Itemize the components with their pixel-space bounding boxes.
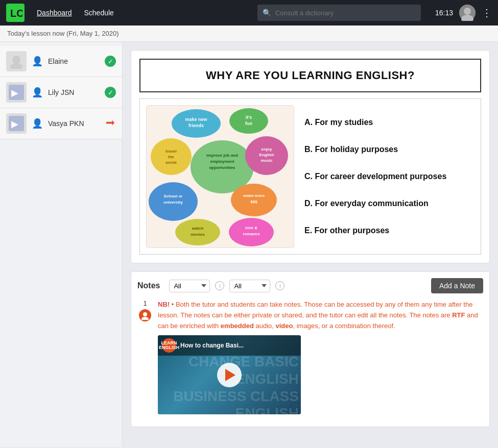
svg-text:▶: ▶	[11, 88, 18, 98]
option-b-letter: B.	[304, 145, 315, 154]
student-status-lily: ✓	[105, 87, 116, 98]
note-content: NB! • Both the tutor and students can ta…	[158, 300, 483, 414]
play-button[interactable]	[217, 363, 242, 387]
svg-text:fun: fun	[245, 121, 252, 126]
svg-text:travel: travel	[165, 149, 176, 154]
option-b[interactable]: B. For holiday purposes	[304, 141, 475, 158]
option-e-text: For other purposes	[315, 226, 390, 235]
student-item-elaine[interactable]: 👤 Elaine ✓	[0, 46, 122, 77]
option-c[interactable]: C. For career development purposes	[304, 168, 475, 185]
search-bar[interactable]: 🔍	[257, 5, 421, 21]
nav-dashboard[interactable]: Dashboard	[33, 7, 76, 19]
lesson-card: WHY ARE YOU LEARNING ENGLISH? make new f…	[131, 50, 490, 263]
svg-text:friends: friends	[188, 123, 204, 128]
student-item-lily[interactable]: ▶ 👤 Lily JSN ✓	[0, 77, 122, 108]
option-a-text: For my studies	[315, 118, 373, 127]
note-row-1: 1 NB! • Both the tutor and students can …	[137, 300, 483, 414]
svg-text:the: the	[168, 155, 175, 159]
video-title: How to change Basi...	[180, 342, 244, 349]
note-rtf: RTF	[452, 311, 465, 319]
svg-point-6	[10, 63, 22, 69]
lesson-title-box: WHY ARE YOU LEARNING ENGLISH?	[139, 59, 481, 92]
lesson-body: make new friends it's fun travel the wor…	[139, 98, 481, 255]
student-status-elaine: ✓	[105, 56, 116, 67]
student-name-elaine: Elaine	[48, 57, 100, 65]
filter-group-2: All	[229, 280, 270, 292]
note-number-col: 1	[137, 300, 153, 414]
play-icon	[225, 369, 235, 381]
today-lesson-label: Today's lesson now	[7, 30, 64, 37]
student-icon-elaine: 👤	[32, 56, 43, 67]
note-video: video	[276, 322, 293, 330]
svg-text:love &: love &	[245, 226, 257, 230]
header-right: 16:13 ⋮	[435, 5, 492, 21]
note-user-icon	[139, 309, 151, 321]
option-a[interactable]: A. For my studies	[304, 114, 475, 131]
svg-point-3	[464, 8, 471, 15]
search-input[interactable]	[275, 9, 416, 17]
main-nav: Dashboard Schedule	[33, 7, 118, 19]
content-area: WHY ARE YOU LEARNING ENGLISH? make new f…	[123, 42, 498, 447]
option-e[interactable]: E. For other purposes	[304, 222, 475, 239]
time-display: 16:13	[435, 9, 453, 17]
notes-label: Notes	[137, 281, 160, 290]
svg-text:make new: make new	[185, 117, 207, 122]
note-number: 1	[143, 300, 147, 307]
svg-text:enjoy: enjoy	[262, 147, 272, 152]
note-body-text: • Both the tutor and students can take n…	[158, 301, 472, 319]
option-c-text: For career development purposes	[315, 172, 446, 181]
student-avatar-vasya: ▶	[6, 113, 27, 134]
svg-text:School or: School or	[164, 194, 183, 198]
svg-text:university: university	[163, 200, 183, 205]
svg-text:world: world	[165, 160, 176, 165]
notes-filter-2[interactable]: All	[229, 280, 270, 292]
svg-text:▶: ▶	[11, 119, 18, 129]
video-title-bar: LEARNENGLISH How to change Basi...	[158, 335, 301, 356]
option-d-letter: D.	[304, 199, 315, 208]
main-layout: 👤 Elaine ✓ ▶ 👤 Lily JSN ✓ ▶ 👤 Vasya PKN …	[0, 42, 498, 447]
svg-text:English: English	[259, 153, 274, 157]
student-item-vasya[interactable]: ▶ 👤 Vasya PKN ⮕	[0, 108, 122, 139]
add-note-button[interactable]: Add a Note	[431, 278, 483, 293]
svg-point-42	[143, 312, 147, 316]
svg-text:improve job and: improve job and	[206, 153, 238, 158]
svg-text:LC: LC	[10, 8, 22, 19]
svg-point-5	[12, 56, 20, 64]
notes-section: Notes All Mine Shared i All i Add a Note	[131, 271, 490, 427]
filter-group-1: All Mine Shared	[169, 280, 210, 292]
svg-text:movies: movies	[191, 232, 205, 237]
student-status-vasya: ⮕	[106, 118, 116, 130]
sidebar: 👤 Elaine ✓ ▶ 👤 Lily JSN ✓ ▶ 👤 Vasya PKN …	[0, 42, 123, 447]
svg-text:watch: watch	[192, 226, 204, 231]
svg-text:$$$: $$$	[250, 200, 257, 204]
note-embedded: embedded	[221, 322, 254, 330]
student-name-vasya: Vasya PKN	[48, 119, 101, 128]
avatar[interactable]	[459, 5, 476, 21]
nav-schedule[interactable]: Schedule	[80, 7, 118, 19]
lesson-title: WHY ARE YOU LEARNING ENGLISH?	[206, 69, 415, 82]
more-menu-button[interactable]: ⋮	[482, 7, 492, 19]
student-icon-lily: 👤	[32, 87, 43, 98]
note-rest: , images, or a combination thereof.	[293, 322, 395, 330]
search-icon: 🔍	[263, 9, 271, 17]
notes-info-icon-1[interactable]: i	[215, 281, 224, 290]
note-nb-label: NB!	[158, 301, 170, 308]
svg-text:make more: make more	[243, 193, 265, 198]
option-b-text: For holiday purposes	[315, 145, 398, 154]
student-avatar-elaine	[6, 51, 27, 71]
notes-info-icon-2[interactable]: i	[275, 281, 284, 290]
student-name-lily: Lily JSN	[48, 88, 100, 96]
svg-point-43	[141, 317, 149, 320]
option-d-text: For everyday communication	[315, 199, 428, 208]
video-thumbnail[interactable]: LEARNENGLISH How to change Basi... CHANG…	[158, 335, 301, 414]
app-logo: LC	[6, 4, 25, 22]
note-text: NB! • Both the tutor and students can ta…	[158, 300, 483, 331]
options-list: A. For my studies B. For holiday purpose…	[304, 105, 475, 248]
student-icon-vasya: 👤	[32, 118, 43, 129]
note-audio: audio,	[254, 322, 276, 330]
notes-filter-1[interactable]: All Mine Shared	[169, 280, 210, 292]
option-c-letter: C.	[304, 172, 315, 181]
option-e-letter: E.	[304, 226, 315, 235]
option-d[interactable]: D. For everyday communication	[304, 195, 475, 212]
student-avatar-lily: ▶	[6, 82, 27, 103]
